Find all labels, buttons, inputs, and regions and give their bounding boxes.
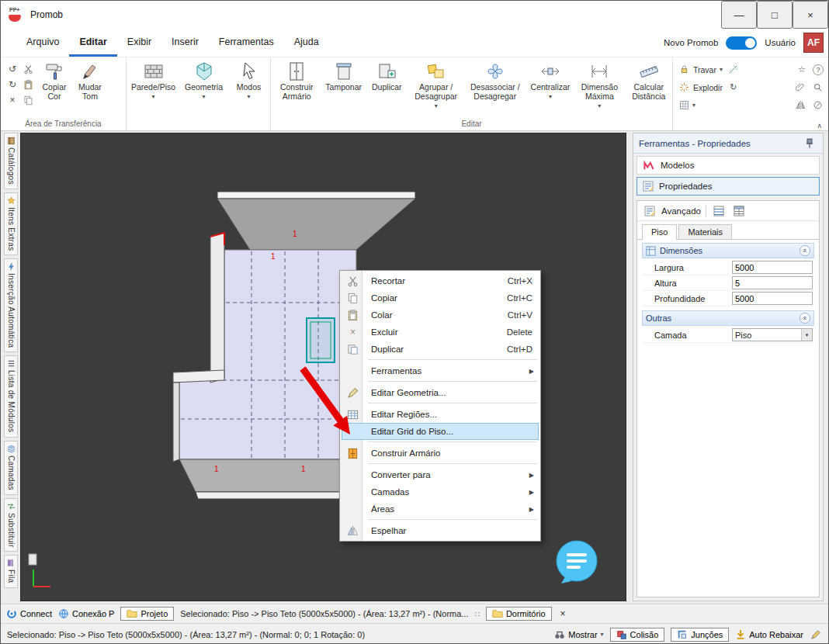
tamponar-button[interactable]: Tamponar (322, 59, 365, 92)
context-menu-item-construir-armario[interactable]: Construir Armário (342, 445, 539, 462)
menu-arquivo[interactable]: Arquivo (16, 29, 69, 57)
paste-icon[interactable] (21, 78, 35, 92)
copy-icon[interactable] (21, 93, 35, 107)
context-menu-item-editar-grid-do-piso[interactable]: Editar Grid do Piso... (342, 423, 539, 440)
explodir-button[interactable]: Explodir (678, 78, 723, 96)
paperclip-icon[interactable] (794, 81, 806, 94)
tab-materiais[interactable]: Materiais (678, 224, 732, 239)
context-menu: Recortar Ctrl+X Copiar Ctrl+C Colar Ctrl… (339, 270, 541, 542)
search-icon[interactable] (811, 81, 824, 94)
tab-piso[interactable]: Piso (642, 224, 677, 240)
list-view-icon[interactable] (711, 203, 727, 219)
context-menu-item-converter-para[interactable]: Converter para ▶ (342, 466, 539, 483)
minimize-button[interactable]: — (721, 1, 757, 29)
menu-exibir[interactable]: Exibir (117, 29, 161, 57)
context-menu-item-colar[interactable]: Colar Ctrl+V (342, 306, 539, 324)
modelos-icon (643, 161, 655, 171)
projeto-tab[interactable]: Projeto (120, 607, 174, 621)
redo-icon[interactable]: ↻ (5, 78, 19, 92)
dimensions-icon (646, 246, 656, 256)
context-menu-item-recortar[interactable]: Recortar Ctrl+X (342, 272, 539, 289)
context-menu-item-excluir[interactable]: × Excluir Delete (342, 324, 539, 341)
propriedades-item[interactable]: Propriedades (636, 177, 820, 196)
context-menu-item-duplicar[interactable]: Duplicar Ctrl+D (342, 341, 539, 358)
delete-x-icon: × (345, 325, 360, 339)
context-menu-item-ferramentas[interactable]: Ferramentas ▶ (342, 362, 539, 379)
centralizar-button[interactable]: Centralizar ▾ (527, 59, 574, 100)
wand-icon[interactable] (727, 64, 740, 76)
copiar-cor-button[interactable]: Copiar Cor (36, 59, 72, 102)
desassociar-button[interactable]: Desassociar / Desagregar (465, 59, 525, 102)
sidebar-tab-camadas[interactable]: Camadas (4, 441, 18, 495)
modos-button[interactable]: Modos ▾ (231, 59, 267, 100)
outras-section-header[interactable]: Outras « (642, 310, 814, 326)
mostrar-button[interactable]: Mostrar ▾ (554, 629, 603, 640)
folder-icon (127, 608, 137, 619)
conexao-p-button[interactable]: Conexão P (58, 608, 114, 619)
menu-ferramentas[interactable]: Ferramentas (209, 29, 284, 57)
mirror-icon[interactable] (794, 99, 806, 112)
help-icon[interactable]: ? (813, 64, 824, 75)
circle-slash-icon[interactable] (811, 99, 824, 112)
connect-button[interactable]: Connect (6, 608, 52, 619)
profundidade-field[interactable] (732, 292, 813, 305)
close-tab-button[interactable]: × (558, 608, 568, 619)
context-menu-item-areas[interactable]: Áreas ▶ (342, 500, 539, 518)
grid-options-button[interactable]: ▾ (678, 96, 695, 114)
maximize-button[interactable]: □ (757, 1, 793, 29)
chevron-down-icon: ▾ (151, 94, 154, 100)
drawing-canvas[interactable]: 1 1 1 1 Recortar Ctrl+X Copiar Ctrl+C (20, 133, 626, 601)
geometria-button[interactable]: Geometria ▾ (182, 59, 227, 100)
edit-tool-icon[interactable] (810, 628, 822, 641)
colisao-toggle[interactable]: Colisão (610, 628, 665, 642)
duplicar-button[interactable]: Duplicar (366, 59, 408, 92)
grid-view-icon[interactable] (731, 203, 747, 219)
favorite-star-icon[interactable]: ☆ (796, 64, 808, 76)
mudar-tom-button[interactable]: Mudar Tom (72, 59, 108, 102)
chat-bubble-button[interactable] (555, 540, 598, 585)
auto-rebaixar-button[interactable]: Auto Rebaixar (735, 629, 803, 640)
altura-field[interactable] (732, 276, 813, 289)
construct-group-label (127, 119, 270, 130)
sidebar-tab-fila[interactable]: Fila (4, 555, 18, 587)
novo-promob-toggle[interactable] (726, 36, 757, 50)
undo-icon[interactable]: ↺ (5, 62, 19, 76)
context-menu-item-editar-regioes[interactable]: Editar Regiões... (342, 406, 539, 423)
travar-button[interactable]: Travar ▾ (678, 61, 723, 78)
camada-dropdown[interactable]: Piso ▾ (732, 328, 813, 341)
collapse-section-icon[interactable]: « (800, 313, 810, 324)
sidebar-tab-substituir[interactable]: Substituir (4, 498, 18, 552)
modelos-item[interactable]: Modelos (636, 156, 820, 175)
menu-editar[interactable]: Editar (69, 29, 116, 57)
sidebar-tab-lista-modulos[interactable]: Lista de Módulos (4, 355, 18, 437)
close-button[interactable]: × (793, 1, 828, 29)
delete-icon[interactable]: × (5, 93, 19, 107)
sidebar-tab-itens-extras[interactable]: Itens Extras (4, 192, 18, 255)
folder-icon (492, 608, 503, 619)
sidebar-tab-insercao-automatica[interactable]: Inserção Automática (4, 258, 18, 352)
collapse-section-icon[interactable]: « (800, 245, 810, 256)
calcular-distancia-button[interactable]: Calcular Distância (626, 59, 672, 102)
avancado-button[interactable]: Avançado (642, 203, 701, 220)
construir-armario-button[interactable]: Construir Armário (272, 59, 321, 102)
menu-ajuda[interactable]: Ajuda (284, 29, 329, 57)
sidebar-tab-catalogos[interactable]: Catálogos (4, 133, 18, 189)
juncoes-toggle[interactable]: Junções (671, 628, 729, 642)
ribbon-collapse-button[interactable]: ∧ (817, 122, 822, 130)
rotate-icon[interactable]: ↻ (727, 81, 740, 94)
cube-icon (194, 61, 214, 81)
agrupar-button[interactable]: Agrupar / Desagrupar ▾ (409, 59, 463, 109)
pin-icon[interactable] (802, 136, 817, 151)
avatar[interactable]: AF (803, 33, 824, 53)
dimensoes-section-header[interactable]: Dimensões « (642, 243, 814, 258)
context-menu-item-editar-geometria[interactable]: Editar Geometria... (342, 384, 539, 401)
context-menu-item-copiar[interactable]: Copiar Ctrl+C (342, 289, 539, 306)
dimensao-maxima-button[interactable]: Dimensão Máxima ▾ (575, 59, 623, 109)
dormitorio-tab[interactable]: Dormitório (486, 607, 552, 621)
context-menu-item-espelhar[interactable]: Espelhar (342, 522, 539, 539)
menu-inserir[interactable]: Inserir (161, 29, 209, 57)
parede-piso-button[interactable]: Parede/Piso ▾ (130, 59, 177, 100)
largura-field[interactable] (732, 261, 813, 274)
context-menu-item-camadas[interactable]: Camadas ▶ (342, 483, 539, 500)
cut-icon[interactable] (21, 62, 35, 76)
